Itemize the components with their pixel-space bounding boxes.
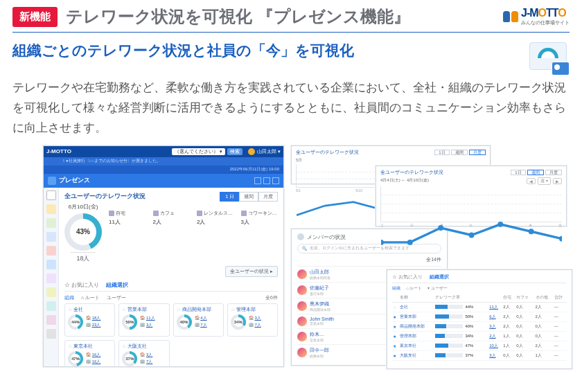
section-subtitle: 組織ごとのテレワーク状況と社員の「今」を可視化 bbox=[12, 41, 528, 60]
org-link[interactable]: 東京本社 bbox=[400, 344, 416, 348]
tab-favorites[interactable]: ☆ お気に入り bbox=[392, 274, 423, 280]
avatar[interactable] bbox=[248, 148, 255, 155]
nav-presence-icon[interactable] bbox=[46, 260, 56, 269]
star-icon[interactable]: ★ bbox=[393, 325, 396, 329]
screenshot-trend-week: 全ユーザーのテレワーク状況 1日 週間 月度 4月4日(土) ～ 4月10日(金… bbox=[376, 166, 567, 226]
tab-1day[interactable]: 1日 bbox=[434, 150, 449, 155]
member-name: 田中一郎総務本部 bbox=[310, 347, 351, 358]
star-icon[interactable]: ☆ bbox=[68, 307, 72, 312]
settings-icon[interactable] bbox=[263, 177, 270, 184]
nav-item-icon[interactable] bbox=[46, 301, 56, 311]
notification-bar[interactable]: ！●社員旅行〈○○までのお知らせ分〉が届きました。 bbox=[62, 158, 161, 164]
chart-month: 5月 bbox=[296, 157, 486, 163]
avatar bbox=[297, 301, 307, 311]
nav-alert-icon[interactable] bbox=[46, 246, 56, 256]
refresh-icon[interactable] bbox=[254, 177, 261, 184]
status-icon bbox=[153, 211, 159, 216]
nav-calendar-icon[interactable] bbox=[46, 190, 56, 200]
tab-1day[interactable]: 1日 bbox=[511, 170, 525, 175]
org-link[interactable]: 管理本部 bbox=[400, 334, 416, 338]
tab-week[interactable]: 週間 bbox=[527, 170, 544, 175]
next-button[interactable]: ▶ bbox=[553, 178, 562, 184]
nav-item-icon[interactable] bbox=[46, 315, 56, 325]
table-row[interactable]: ☆全社44%11人2人0人2人— bbox=[392, 302, 567, 312]
count-link[interactable]: 3人 bbox=[489, 353, 495, 357]
subtab-route[interactable]: ⌂ ルート bbox=[81, 294, 100, 301]
dept-card[interactable]: ☆管理本部34%🏠 3人🏢 7人 bbox=[227, 303, 278, 337]
table-row[interactable]: ★東京本社47%10人1人0人2人— bbox=[392, 341, 567, 350]
star-icon[interactable]: ☆ bbox=[177, 307, 181, 312]
star-icon[interactable]: ★ bbox=[393, 335, 396, 339]
svg-point-0 bbox=[381, 240, 384, 245]
telework-rate-donut: 43% bbox=[64, 213, 102, 251]
count-link[interactable]: 2人 bbox=[489, 334, 495, 338]
prev-button[interactable]: ◀ bbox=[527, 178, 536, 184]
table-row[interactable]: ★商品開発本部40%3人2人0人0人— bbox=[392, 321, 567, 331]
dept-card[interactable]: ☆商品開発本部40%🏠 4人🏢 7人 bbox=[173, 303, 224, 337]
tab-org-select[interactable]: 組織選択 bbox=[106, 281, 128, 289]
summary-date: 6月10日(金) bbox=[64, 203, 102, 211]
org-table: 名称テレワーク率自宅カフェその他合計 ☆全社44%11人2人0人2人—★営業本部… bbox=[392, 293, 567, 361]
help-icon[interactable] bbox=[272, 177, 279, 184]
table-row[interactable]: ★管理本部34%2人1人0人0人— bbox=[392, 331, 567, 341]
tab-1day[interactable]: １日 bbox=[220, 192, 239, 202]
nav-doc-icon[interactable] bbox=[46, 218, 56, 228]
nav-item-icon[interactable] bbox=[46, 329, 56, 339]
table-row[interactable]: ★大阪支社37%3人0人0人1人— bbox=[392, 350, 567, 360]
svg-point-1 bbox=[407, 240, 413, 245]
user-menu[interactable]: 山田太郎 ▾ bbox=[257, 148, 281, 155]
subtab-user[interactable]: ▾ ユーザー bbox=[427, 285, 448, 292]
org-link[interactable]: 全社 bbox=[400, 305, 408, 309]
count-link[interactable]: 6人 bbox=[489, 314, 495, 319]
tab-org-select[interactable]: 組織選択 bbox=[430, 274, 449, 280]
star-icon[interactable]: ★ bbox=[393, 354, 396, 358]
member-name: 黒木伊織商品開発本部 bbox=[310, 301, 351, 312]
star-icon[interactable]: ★ bbox=[393, 315, 396, 319]
all-users-status-button[interactable]: 全ユーザーの状況 ▸ bbox=[225, 266, 278, 277]
search-button[interactable]: 検索 bbox=[227, 148, 242, 155]
range-selector[interactable]: 週 ▾ bbox=[538, 177, 551, 185]
nav-item-icon[interactable] bbox=[46, 287, 56, 297]
org-link[interactable]: 商品開発本部 bbox=[400, 324, 425, 328]
tab-month[interactable]: 月度 bbox=[545, 170, 562, 175]
chart-title: 全ユーザーのテレワーク状況 bbox=[296, 149, 359, 156]
count-link[interactable]: 3人 bbox=[489, 324, 495, 328]
nav-mail-icon[interactable] bbox=[46, 204, 56, 214]
tab-month[interactable]: 月度 bbox=[469, 150, 486, 155]
tab-week[interactable]: 週間 bbox=[239, 192, 258, 202]
rate-bar bbox=[435, 344, 463, 348]
count-link[interactable]: 11人 bbox=[489, 305, 498, 309]
star-icon[interactable]: ☆ bbox=[122, 344, 126, 348]
status-item: 自宅11人 bbox=[109, 210, 146, 226]
tab-week[interactable]: 週間 bbox=[451, 150, 468, 155]
org-link[interactable]: 営業本部 bbox=[400, 314, 416, 319]
subtab-org[interactable]: 組織 bbox=[64, 294, 74, 301]
nav-item-icon[interactable] bbox=[46, 274, 56, 283]
dept-card[interactable]: ☆営業本部50%🏠 11人🏢 3人 bbox=[118, 303, 169, 337]
member-name: John Smith営業本部 bbox=[310, 317, 351, 326]
search-select[interactable]: （選んでください） ▾ bbox=[172, 148, 225, 155]
star-icon[interactable]: ★ bbox=[393, 344, 396, 348]
subtab-org[interactable]: 組織 bbox=[392, 285, 400, 292]
dept-card[interactable]: ☆東京本社47%🏠 16人🏢 16人 bbox=[64, 340, 115, 366]
star-icon[interactable]: ☆ bbox=[68, 344, 72, 348]
subtab-user[interactable]: ユーザー bbox=[107, 294, 126, 301]
dept-rate-arc: 50% bbox=[122, 314, 137, 330]
nav-chart-icon[interactable] bbox=[46, 232, 56, 242]
telework-rate-value: 43% bbox=[70, 219, 96, 245]
tab-month[interactable]: 月度 bbox=[258, 192, 278, 202]
count-link[interactable]: 10人 bbox=[489, 344, 498, 348]
table-row[interactable]: ★営業本部50%6人2人0人2人— bbox=[392, 312, 567, 321]
date-range: 4月4日(土) ～ 4月10日(金) bbox=[380, 177, 429, 185]
dept-card[interactable]: ☆大阪支社37%🏠 3人🏢 7人 bbox=[118, 340, 169, 366]
star-icon[interactable]: ☆ bbox=[122, 307, 126, 312]
tab-favorites[interactable]: ☆ お気に入り bbox=[64, 281, 99, 289]
star-icon[interactable]: ☆ bbox=[231, 307, 235, 312]
org-link[interactable]: 大阪支社 bbox=[400, 353, 416, 357]
avatar bbox=[297, 348, 307, 357]
star-icon[interactable]: ☆ bbox=[393, 305, 396, 310]
dept-card[interactable]: ☆全社44%🏠 18人🏢 23人 bbox=[64, 303, 115, 337]
dept-name: 大阪支社 bbox=[127, 344, 147, 348]
subtab-route[interactable]: ⌂ ルート bbox=[406, 285, 422, 292]
page-title: テレワーク状況を可視化 『プレゼンス機能』 bbox=[66, 6, 410, 28]
